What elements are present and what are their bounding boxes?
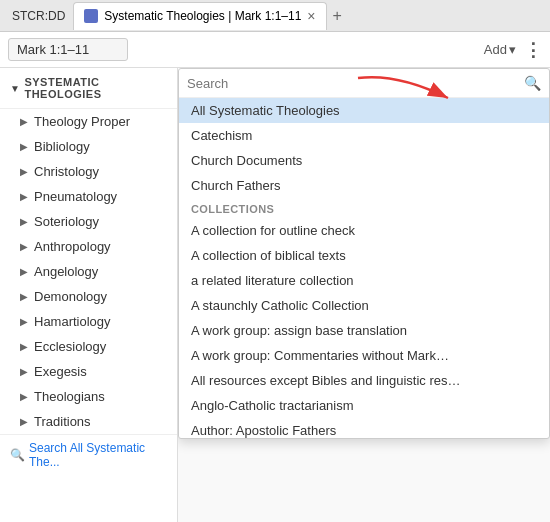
item-expand-icon: ▶ — [20, 216, 28, 227]
list-item[interactable]: A work group: assign base translation — [179, 318, 549, 343]
item-expand-icon: ▶ — [20, 341, 28, 352]
tab-title: Systematic Theologies | Mark 1:1–11 — [104, 9, 301, 23]
search-icon: 🔍 — [10, 448, 25, 462]
sidebar-item[interactable]: ▶ Bibliology — [0, 134, 177, 159]
sidebar-item[interactable]: ▶ Soteriology — [0, 209, 177, 234]
item-label: Author: Apostolic Fathers — [191, 423, 336, 438]
app-label: STCR:DD — [4, 9, 73, 23]
add-arrow-icon: ▾ — [509, 42, 516, 57]
list-item[interactable]: A staunchly Catholic Collection — [179, 293, 549, 318]
sidebar-item[interactable]: ▶ Exegesis — [0, 359, 177, 384]
add-label: Add — [484, 42, 507, 57]
sidebar-item[interactable]: ▶ Pneumatology — [0, 184, 177, 209]
sidebar-item[interactable]: ▶ Traditions — [0, 409, 177, 434]
sidebar-item-label: Anthropology — [34, 239, 111, 254]
toolbar: Mark 1:1–11 Add ▾ ⋮ — [0, 32, 550, 68]
search-icon: 🔍 — [524, 75, 541, 91]
sidebar-item-label: Pneumatology — [34, 189, 117, 204]
sidebar-item[interactable]: ▶ Theologians — [0, 384, 177, 409]
item-label: A staunchly Catholic Collection — [191, 298, 369, 313]
sidebar-item-label: Angelology — [34, 264, 98, 279]
item-label: All resources except Bibles and linguist… — [191, 373, 461, 388]
sidebar-item[interactable]: ▶ Theology Proper — [0, 109, 177, 134]
sidebar-collapse-icon[interactable]: ▼ — [10, 83, 20, 94]
sidebar-item-label: Hamartiology — [34, 314, 111, 329]
list-item[interactable]: Church Fathers — [179, 173, 549, 198]
more-options-button[interactable]: ⋮ — [524, 39, 542, 61]
item-expand-icon: ▶ — [20, 241, 28, 252]
item-label: A work group: Commentaries without Mark… — [191, 348, 449, 363]
item-label: All Systematic Theologies — [191, 103, 340, 118]
dropdown-list: All Systematic Theologies Catechism Chur… — [179, 98, 549, 438]
add-button[interactable]: Add ▾ — [484, 42, 516, 57]
list-item[interactable]: A work group: Commentaries without Mark… — [179, 343, 549, 368]
sidebar-item[interactable]: ▶ Hamartiology — [0, 309, 177, 334]
section-title: Collections — [191, 203, 274, 215]
item-label: A collection of biblical texts — [191, 248, 346, 263]
section-label: Collections — [179, 198, 549, 218]
item-label: Church Documents — [191, 153, 302, 168]
item-label: A work group: assign base translation — [191, 323, 407, 338]
sidebar-item[interactable]: ▶ Demonology — [0, 284, 177, 309]
tab-close-button[interactable]: × — [307, 9, 315, 23]
list-item[interactable]: Anglo-Catholic tractarianism — [179, 393, 549, 418]
sidebar-item-label: Ecclesiology — [34, 339, 106, 354]
sidebar-item[interactable]: ▶ Angelology — [0, 259, 177, 284]
item-expand-icon: ▶ — [20, 141, 28, 152]
sidebar-item-label: Theologians — [34, 389, 105, 404]
passage-input[interactable]: Mark 1:1–11 — [8, 38, 128, 61]
item-expand-icon: ▶ — [20, 291, 28, 302]
sidebar-item-label: Exegesis — [34, 364, 87, 379]
sidebar-item-label: Demonology — [34, 289, 107, 304]
sidebar-item[interactable]: ▶ Ecclesiology — [0, 334, 177, 359]
sidebar-item-label: Theology Proper — [34, 114, 130, 129]
main-content: ▼ Systematic Theologies ▶ Theology Prope… — [0, 68, 550, 522]
sidebar-item-label: Christology — [34, 164, 99, 179]
dropdown-panel: 🔍 All Systematic Theologies Catechism Ch… — [178, 68, 550, 439]
item-expand-icon: ▶ — [20, 266, 28, 277]
sidebar-item-label: Soteriology — [34, 214, 99, 229]
list-item[interactable]: All resources except Bibles and linguist… — [179, 368, 549, 393]
title-bar: STCR:DD Systematic Theologies | Mark 1:1… — [0, 0, 550, 32]
tab-icon — [84, 9, 98, 23]
item-expand-icon: ▶ — [20, 391, 28, 402]
sidebar-item[interactable]: ▶ Anthropology — [0, 234, 177, 259]
search-row: 🔍 — [179, 69, 549, 98]
list-item[interactable]: A collection of biblical texts — [179, 243, 549, 268]
item-expand-icon: ▶ — [20, 366, 28, 377]
sidebar-title: Systematic Theologies — [24, 76, 167, 100]
sidebar-header: ▼ Systematic Theologies — [0, 68, 177, 109]
item-label: a related literature collection — [191, 273, 354, 288]
app-title: STCR:DD — [12, 9, 65, 23]
item-label: A collection for outline check — [191, 223, 355, 238]
list-item[interactable]: A collection for outline check — [179, 218, 549, 243]
content-area: ? Settings ▴ × source 🔍 All Systematic T… — [178, 68, 550, 522]
item-expand-icon: ▶ — [20, 166, 28, 177]
list-item[interactable]: Author: Apostolic Fathers — [179, 418, 549, 438]
search-all-label: Search All Systematic The... — [29, 441, 167, 469]
sidebar: ▼ Systematic Theologies ▶ Theology Prope… — [0, 68, 178, 522]
item-expand-icon: ▶ — [20, 316, 28, 327]
item-label: Catechism — [191, 128, 252, 143]
sidebar-item[interactable]: ▶ Christology — [0, 159, 177, 184]
active-tab[interactable]: Systematic Theologies | Mark 1:1–11 × — [73, 2, 326, 30]
sidebar-item-label: Traditions — [34, 414, 91, 429]
item-expand-icon: ▶ — [20, 416, 28, 427]
list-item[interactable]: a related literature collection — [179, 268, 549, 293]
list-item[interactable]: Catechism — [179, 123, 549, 148]
item-label: Anglo-Catholic tractarianism — [191, 398, 354, 413]
new-tab-button[interactable]: + — [327, 7, 348, 25]
item-expand-icon: ▶ — [20, 116, 28, 127]
search-input[interactable] — [187, 76, 518, 91]
search-all-link[interactable]: 🔍 Search All Systematic The... — [0, 434, 177, 475]
sidebar-item-label: Bibliology — [34, 139, 90, 154]
item-expand-icon: ▶ — [20, 191, 28, 202]
list-item[interactable]: Church Documents — [179, 148, 549, 173]
item-label: Church Fathers — [191, 178, 281, 193]
list-item[interactable]: All Systematic Theologies — [179, 98, 549, 123]
